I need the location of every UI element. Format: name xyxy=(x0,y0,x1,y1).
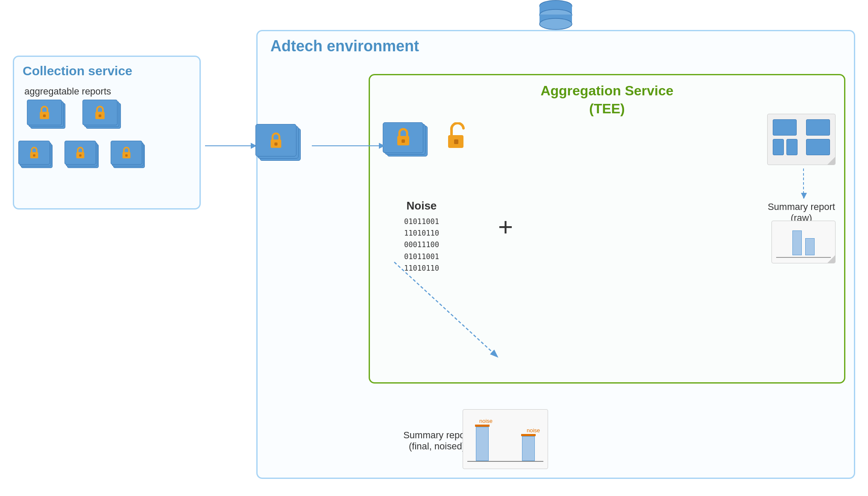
report-card-5 xyxy=(111,141,149,171)
main-container: Adtech environment Aggregation Service (… xyxy=(9,13,859,483)
noise-binary: 01011001 11010110 00011100 01011001 1101… xyxy=(404,216,439,274)
dashed-arrow-down-1 xyxy=(803,168,804,198)
svg-rect-17 xyxy=(79,154,81,156)
adtech-title: Adtech environment xyxy=(270,37,419,55)
svg-rect-8 xyxy=(454,139,458,144)
open-lock-icon xyxy=(445,122,470,154)
arrow-batch-to-aggregation xyxy=(312,145,384,146)
middle-batch-reports xyxy=(255,124,307,165)
report-card-2 xyxy=(82,100,125,133)
svg-rect-21 xyxy=(274,142,277,145)
aggregation-title: Aggregation Service (TEE) xyxy=(370,82,844,118)
report-card-4 xyxy=(65,141,103,171)
summary-report-grid-card xyxy=(767,114,836,165)
svg-rect-15 xyxy=(33,154,35,156)
database-icon xyxy=(537,0,575,35)
arrow-collection-to-batch xyxy=(205,145,256,146)
svg-rect-13 xyxy=(99,115,101,117)
adtech-environment-box: Adtech environment Aggregation Service (… xyxy=(256,30,855,479)
noise-section: Noise 01011001 11010110 00011100 0101100… xyxy=(404,199,439,274)
summary-raw-chart xyxy=(771,221,836,263)
svg-rect-19 xyxy=(125,154,127,156)
svg-rect-6 xyxy=(402,139,405,143)
report-card-3 xyxy=(18,141,57,171)
aggregation-input-reports xyxy=(383,122,434,161)
svg-point-4 xyxy=(540,18,572,30)
aggregation-service-box: Aggregation Service (TEE) xyxy=(369,74,845,384)
summary-final-chart: noise noise xyxy=(463,409,548,469)
collection-service-box: Collection service aggregatable reports xyxy=(13,56,201,210)
report-card-1 xyxy=(27,100,70,133)
collection-subtitle: aggregatable reports xyxy=(24,86,111,97)
svg-rect-11 xyxy=(43,115,46,117)
plus-sign: + xyxy=(498,212,513,242)
collection-title: Collection service xyxy=(23,64,132,78)
